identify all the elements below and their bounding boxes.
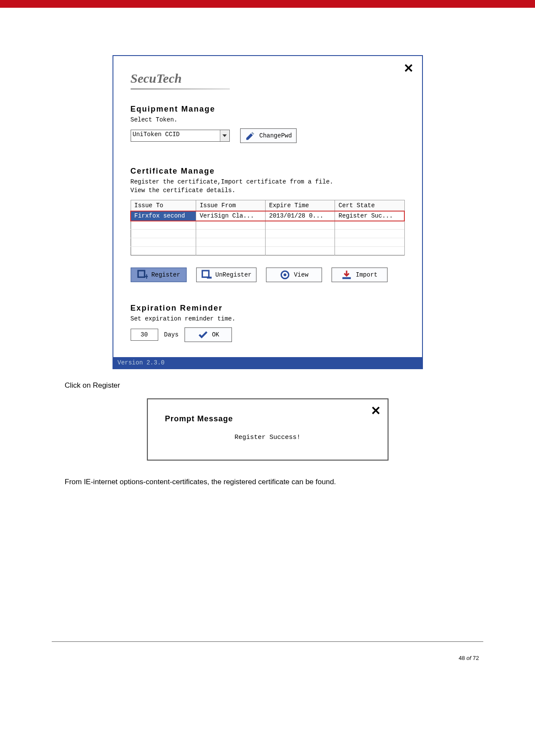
page-number: 48 of 72 [0, 655, 535, 678]
register-label: Register [151, 271, 180, 278]
unregister-button[interactable]: UnRegister [196, 268, 257, 282]
table-row-empty [131, 230, 404, 238]
equipment-subtitle: Select Token. [131, 116, 405, 123]
unregister-icon [201, 269, 212, 280]
prompt-dialog: ✕ Prompt Message Register Success! [147, 398, 388, 460]
expiration-reminder-title: Expiration Reminder [131, 304, 405, 313]
cell-issue-from: VeriSign Cla... [196, 211, 266, 221]
view-button[interactable]: View [266, 268, 322, 282]
col-issue-to[interactable]: Issue To [131, 200, 196, 211]
eye-icon [279, 269, 291, 280]
days-label: Days [164, 331, 179, 338]
change-pwd-label: ChangePwd [260, 132, 292, 139]
table-row-empty [131, 221, 404, 230]
prompt-title: Prompt Message [165, 414, 370, 423]
caption-click-register: Click on Register [65, 381, 470, 390]
svg-rect-6 [343, 277, 351, 279]
register-button[interactable]: + Register [131, 268, 187, 282]
status-bar: Version 2.3.0 [113, 357, 422, 368]
col-expire-time[interactable]: Expire Time [266, 200, 335, 211]
close-icon[interactable]: ✕ [404, 61, 413, 75]
footer-divider [52, 641, 483, 642]
brand-logo: SecuTech [131, 71, 405, 86]
days-input[interactable] [131, 329, 158, 341]
svg-text:+: + [144, 273, 148, 280]
certificate-table[interactable]: Issue To Issue From Expire Time Cert Sta… [131, 200, 405, 255]
col-issue-from[interactable]: Issue From [196, 200, 266, 211]
view-label: View [294, 271, 309, 278]
certificate-subtitle-1: Register the certificate,Import certific… [131, 178, 405, 185]
cell-cert-state: Register Suc... [335, 211, 404, 221]
cell-issue-to: Firxfox second [131, 211, 196, 221]
pencil-icon [245, 130, 256, 141]
table-row-empty [131, 238, 404, 247]
close-icon[interactable]: ✕ [371, 404, 381, 418]
certificate-subtitle-2: View the certificate details. [131, 187, 405, 194]
secutech-dialog: ✕ SecuTech Equipment Manage Select Token… [113, 55, 423, 369]
import-icon [341, 269, 352, 280]
ok-label: OK [212, 331, 219, 338]
caption-ie-note: From IE-internet options-content-certifi… [65, 478, 470, 486]
page-top-bar [0, 0, 535, 8]
check-icon [197, 329, 209, 340]
chevron-down-icon[interactable] [220, 130, 229, 141]
svg-rect-2 [202, 271, 209, 277]
svg-point-5 [283, 274, 286, 277]
ok-button[interactable]: OK [185, 327, 232, 342]
import-button[interactable]: Import [332, 268, 388, 282]
svg-rect-3 [207, 277, 212, 278]
prompt-message: Register Success! [165, 434, 370, 441]
certificate-manage-title: Certificate Manage [131, 167, 405, 176]
table-row[interactable]: Firxfox second VeriSign Cla... 2013/01/2… [131, 211, 404, 221]
import-label: Import [356, 271, 377, 278]
register-icon: + [137, 269, 148, 280]
page-content: ✕ SecuTech Equipment Manage Select Token… [0, 8, 535, 521]
svg-rect-0 [138, 271, 144, 277]
token-select-value: UniToken CCID [133, 131, 180, 138]
cell-expire-time: 2013/01/28 0... [266, 211, 335, 221]
token-select[interactable]: UniToken CCID [131, 130, 230, 142]
change-pwd-button[interactable]: ChangePwd [240, 128, 297, 143]
expiration-subtitle: Set expiration reminder time. [131, 315, 405, 322]
unregister-label: UnRegister [216, 271, 252, 278]
brand-underline [131, 88, 230, 90]
equipment-manage-title: Equipment Manage [131, 105, 405, 114]
table-row-empty [131, 247, 404, 255]
col-cert-state[interactable]: Cert State [335, 200, 404, 211]
